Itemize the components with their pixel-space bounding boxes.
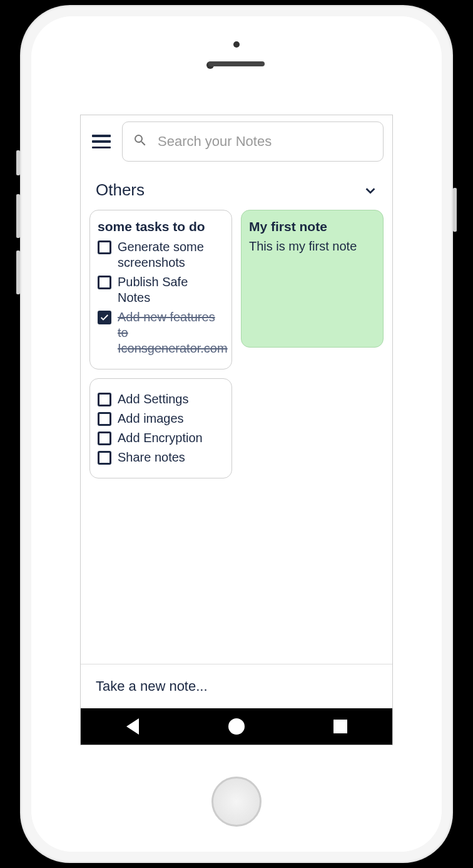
phone-speaker xyxy=(208,61,265,66)
menu-button[interactable] xyxy=(92,135,111,148)
task-text: Publish Safe Notes xyxy=(118,274,224,306)
app-screen: Others some tasks to do Generate some sc… xyxy=(80,115,393,745)
task-item: Add Settings xyxy=(98,391,224,407)
checkbox-unchecked-icon[interactable] xyxy=(98,412,111,426)
task-item: Share notes xyxy=(98,450,224,465)
header xyxy=(81,115,392,168)
task-item: Add new features to Iconsgenerator.com xyxy=(98,309,224,356)
nav-recent-button[interactable] xyxy=(331,717,350,736)
checkbox-unchecked-icon[interactable] xyxy=(98,393,111,406)
phone-home-button xyxy=(211,777,262,827)
notes-grid: some tasks to do Generate some screensho… xyxy=(81,210,392,478)
phone-body: Others some tasks to do Generate some sc… xyxy=(20,5,453,863)
note-card-checklist[interactable]: Add Settings Add images Add Encryption xyxy=(89,378,232,478)
nav-home-button[interactable] xyxy=(227,717,246,736)
android-nav-bar xyxy=(81,708,392,745)
home-icon xyxy=(228,718,245,735)
task-text: Add Settings xyxy=(118,391,188,407)
task-text: Add images xyxy=(118,411,184,426)
note-card-first-note[interactable]: My first note This is my first note xyxy=(241,210,384,348)
task-text: Add new features to Iconsgenerator.com xyxy=(118,309,228,356)
task-text: Share notes xyxy=(118,450,185,465)
checkbox-unchecked-icon[interactable] xyxy=(98,240,111,254)
phone-bezel: Others some tasks to do Generate some sc… xyxy=(31,16,442,852)
phone-sensor xyxy=(233,41,240,48)
checkbox-checked-icon[interactable] xyxy=(98,311,111,324)
task-item: Add images xyxy=(98,411,224,426)
phone-frame: Others some tasks to do Generate some sc… xyxy=(0,0,473,868)
nav-back-button[interactable] xyxy=(123,717,142,736)
checkbox-unchecked-icon[interactable] xyxy=(98,431,111,445)
task-text: Generate some screenshots xyxy=(118,239,224,271)
note-card-tasks[interactable]: some tasks to do Generate some screensho… xyxy=(89,210,232,369)
note-body: This is my first note xyxy=(249,239,375,254)
checkbox-unchecked-icon[interactable] xyxy=(98,451,111,465)
note-title: some tasks to do xyxy=(98,219,224,234)
back-icon xyxy=(126,718,139,735)
search-icon xyxy=(133,133,148,150)
checkbox-unchecked-icon[interactable] xyxy=(98,276,111,289)
new-note-label: Take a new note... xyxy=(96,678,208,694)
search-box[interactable] xyxy=(122,121,384,162)
search-input[interactable] xyxy=(158,133,373,150)
note-title: My first note xyxy=(249,219,375,234)
task-item: Add Encryption xyxy=(98,430,224,446)
recent-icon xyxy=(333,720,347,733)
phone-power-button xyxy=(453,188,457,232)
task-item: Publish Safe Notes xyxy=(98,274,224,306)
section-header[interactable]: Others xyxy=(81,168,392,210)
new-note-button[interactable]: Take a new note... xyxy=(81,664,392,708)
section-title: Others xyxy=(96,180,145,200)
task-item: Generate some screenshots xyxy=(98,239,224,271)
chevron-down-icon xyxy=(364,183,377,197)
task-text: Add Encryption xyxy=(118,430,203,446)
